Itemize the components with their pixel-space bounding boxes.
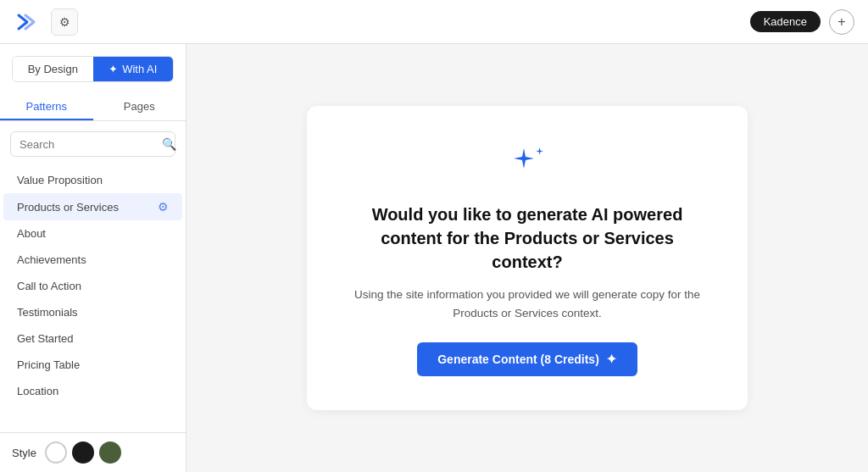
style-section: Style	[0, 432, 186, 472]
search-box: 🔍	[10, 131, 175, 157]
nav-item-gear-icon: ⚙	[158, 200, 169, 214]
sparkle-icon	[349, 140, 705, 187]
tab-pages[interactable]: Pages	[93, 92, 186, 120]
kadence-badge[interactable]: Kadence	[750, 11, 821, 32]
prompt-title: Would you like to generate AI powered co…	[349, 203, 705, 274]
nav-item-testimonials[interactable]: Testimonials	[3, 299, 182, 325]
main-layout: By Design ✦ With AI Patterns Pages 🔍 Val…	[0, 44, 868, 472]
sidebar: By Design ✦ With AI Patterns Pages 🔍 Val…	[0, 44, 186, 472]
generate-content-button[interactable]: Generate Content (8 Credits) ✦	[417, 342, 637, 376]
with-ai-button[interactable]: ✦ With AI	[93, 57, 174, 81]
nav-item-about[interactable]: About	[3, 220, 182, 247]
settings-button[interactable]: ⚙	[51, 8, 78, 36]
search-icon: 🔍	[162, 137, 176, 151]
gear-icon: ⚙	[59, 15, 70, 29]
mode-switcher: By Design ✦ With AI	[12, 56, 174, 82]
nav-item-call-to-action[interactable]: Call to Action	[3, 273, 182, 299]
tab-patterns[interactable]: Patterns	[0, 92, 93, 120]
sidebar-top: By Design ✦ With AI	[0, 44, 186, 92]
generate-star-icon: ✦	[606, 352, 617, 367]
topbar-left: ⚙	[14, 8, 78, 36]
style-circles	[45, 441, 121, 464]
nav-item-products-services[interactable]: Products or Services ⚙	[3, 193, 182, 220]
by-design-button[interactable]: By Design	[13, 57, 93, 81]
tabs: Patterns Pages	[0, 92, 186, 121]
plus-icon: +	[837, 14, 845, 30]
ai-prompt-card: Would you like to generate AI powered co…	[307, 106, 748, 410]
style-label: Style	[12, 447, 36, 459]
search-input[interactable]	[19, 138, 162, 151]
style-circle-green[interactable]	[99, 441, 121, 464]
ai-star-icon: ✦	[108, 63, 118, 75]
nav-list: Value Proposition Products or Services ⚙…	[0, 164, 186, 432]
topbar-right: Kadence +	[750, 9, 854, 35]
content-area: Would you like to generate AI powered co…	[186, 44, 868, 472]
style-circle-black[interactable]	[72, 441, 94, 464]
nav-item-location[interactable]: Location	[3, 378, 182, 404]
nav-item-achievements[interactable]: Achievements	[3, 247, 182, 273]
nav-item-get-started[interactable]: Get Started	[3, 325, 182, 352]
add-button[interactable]: +	[829, 9, 854, 35]
prompt-desc: Using the site information you provided …	[349, 286, 705, 322]
logo-icon	[14, 8, 41, 36]
nav-item-pricing-table[interactable]: Pricing Table	[3, 352, 182, 378]
topbar: ⚙ Kadence +	[0, 0, 868, 44]
nav-item-value-proposition[interactable]: Value Proposition	[3, 167, 182, 193]
style-circle-white[interactable]	[45, 441, 67, 464]
